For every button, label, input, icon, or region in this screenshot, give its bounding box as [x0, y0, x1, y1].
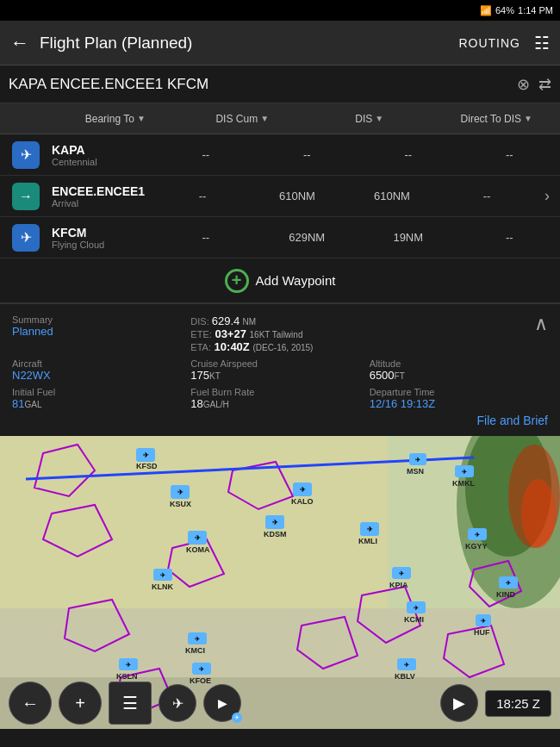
- svg-text:✈: ✈: [462, 469, 467, 475]
- add-waypoint-icon: +: [225, 269, 249, 293]
- fuel-label: Initial Fuel: [12, 387, 190, 397]
- bearing-kapa: --: [155, 148, 257, 161]
- back-button[interactable]: ←: [10, 32, 29, 54]
- directdis-kapa: --: [459, 148, 561, 161]
- svg-text:✈: ✈: [143, 451, 149, 459]
- battery-icon: 64%: [495, 5, 514, 16]
- svg-text:✈: ✈: [506, 580, 511, 586]
- svg-text:HUF: HUF: [474, 628, 490, 637]
- svg-text:KMCI: KMCI: [185, 646, 205, 655]
- encee-chevron-icon[interactable]: ›: [534, 187, 560, 205]
- dis-sort-icon: ▼: [375, 114, 383, 123]
- directdis-encee: --: [439, 190, 534, 202]
- burn-value: 18GAL/H: [190, 397, 369, 410]
- svg-text:✈: ✈: [160, 572, 165, 578]
- burn-label: Fuel Burn Rate: [190, 387, 369, 397]
- discum-kfcm: 629NM: [257, 231, 358, 244]
- svg-text:✈: ✈: [195, 534, 201, 542]
- waypoint-icon-encee: →: [12, 183, 40, 210]
- table-header: Bearing To ▼ DIS Cum ▼ DIS ▼ Direct To D…: [0, 103, 560, 134]
- dis-label: DIS: 629.4 NM: [190, 314, 369, 327]
- play-button[interactable]: ▶: [440, 684, 478, 722]
- map-controls: ← + ☰ ✈ ▶ ✈ ▶ 18:25 Z: [0, 677, 560, 729]
- add-waypoint-label: Add Waypoint: [256, 273, 336, 288]
- file-brief-button[interactable]: File and Brief: [477, 414, 548, 427]
- svg-text:MSN: MSN: [407, 467, 424, 476]
- discum-sort-icon: ▼: [260, 114, 269, 123]
- collapse-button[interactable]: ∧: [534, 313, 548, 335]
- svg-text:✈: ✈: [415, 457, 420, 463]
- status-bar: 📶 64% 1:14 PM: [0, 0, 560, 21]
- grid-button[interactable]: ☷: [534, 33, 550, 53]
- directdis-sort-icon: ▼: [524, 114, 532, 123]
- bearing-kfcm: --: [155, 231, 257, 244]
- time-badge: 18:25 Z: [485, 690, 551, 717]
- aircraft-label: Aircraft: [12, 358, 190, 369]
- svg-text:✈: ✈: [414, 605, 419, 611]
- svg-text:KLNK: KLNK: [152, 582, 173, 591]
- clear-icon[interactable]: ⊗: [517, 75, 530, 94]
- dis-kapa: --: [358, 148, 459, 161]
- waypoint-sub-kfcm: Flying Cloud: [52, 240, 155, 250]
- table-row[interactable]: → ENCEE.ENCEE1 Arrival -- 610NM 610NM --…: [0, 176, 560, 217]
- col-dis[interactable]: DIS ▼: [306, 113, 433, 125]
- location-button[interactable]: ▶ ✈: [203, 684, 241, 722]
- routing-button[interactable]: ROUTING: [458, 36, 520, 50]
- search-bar: ⊗ ⇄: [0, 65, 560, 103]
- col-direct-dis[interactable]: Direct To DIS ▼: [433, 113, 561, 125]
- waypoint-sub-encee: Arrival: [52, 198, 155, 209]
- svg-text:KFSD: KFSD: [136, 462, 158, 470]
- bearing-sort-icon: ▼: [137, 114, 146, 123]
- add-map-button[interactable]: +: [59, 682, 102, 725]
- svg-text:KDSM: KDSM: [264, 530, 287, 538]
- svg-text:✈: ✈: [199, 666, 204, 672]
- svg-text:✈: ✈: [404, 662, 409, 668]
- aircraft-value: N22WX: [12, 369, 190, 382]
- map-container: ✈ KFSD ✈ KSUX ✈ KALO ✈ KOMA ✈ KDSM ✈ KML…: [0, 436, 560, 729]
- time-display: 1:14 PM: [518, 5, 553, 16]
- summary-label: Summary: [12, 314, 190, 325]
- back-map-button[interactable]: ←: [9, 682, 52, 725]
- table-row[interactable]: ✈ KFCM Flying Cloud -- 629NM 19NM --: [0, 217, 560, 258]
- plane-mode-button[interactable]: ✈: [159, 684, 196, 722]
- svg-text:KGYY: KGYY: [465, 542, 488, 551]
- table-row[interactable]: ✈ KAPA Centennial -- -- -- --: [0, 134, 560, 176]
- col-bearing[interactable]: Bearing To ▼: [52, 113, 179, 125]
- svg-text:KOMA: KOMA: [186, 545, 210, 554]
- dis-kfcm: 19NM: [358, 231, 459, 244]
- svg-text:✈: ✈: [126, 662, 131, 668]
- cruise-value: 175KT: [190, 369, 369, 382]
- waypoint-name-kfcm: KFCM: [52, 226, 155, 240]
- summary-status: Planned: [12, 325, 190, 338]
- svg-text:KPIA: KPIA: [389, 581, 408, 589]
- discum-encee: 610NM: [250, 190, 345, 202]
- svg-point-6: [521, 479, 556, 548]
- directdis-kfcm: --: [459, 231, 561, 244]
- svg-text:✈: ✈: [177, 489, 184, 496]
- layers-button[interactable]: ☰: [109, 682, 152, 725]
- svg-text:KMKL: KMKL: [452, 479, 475, 488]
- svg-text:✈: ✈: [475, 532, 480, 538]
- summary-panel: ∧ Summary Planned DIS: 629.4 NM ETE: 03+…: [0, 303, 560, 436]
- waypoint-icon-kapa: ✈: [12, 141, 40, 169]
- page-title: Flight Plan (Planned): [40, 34, 458, 53]
- svg-text:✈: ✈: [481, 618, 486, 624]
- bearing-encee: --: [155, 190, 250, 202]
- ete-value: ETE: 03+27 16KT Tailwind: [190, 327, 369, 340]
- route-input[interactable]: [9, 76, 517, 93]
- add-waypoint-button[interactable]: + Add Waypoint: [0, 258, 560, 303]
- waypoint-name-encee: ENCEE.ENCEE1: [52, 184, 155, 198]
- waypoint-icon-kfcm: ✈: [12, 224, 40, 252]
- waypoint-sub-kapa: Centennial: [52, 157, 155, 167]
- waypoint-name-kapa: KAPA: [52, 143, 155, 157]
- svg-text:KALO: KALO: [291, 497, 314, 506]
- svg-text:✈: ✈: [399, 570, 404, 576]
- top-nav: ← Flight Plan (Planned) ROUTING ☷: [0, 21, 560, 65]
- svg-rect-1: [0, 436, 388, 608]
- swap-icon[interactable]: ⇄: [538, 75, 551, 94]
- wifi-icon: 📶: [480, 5, 492, 16]
- col-dis-cum[interactable]: DIS Cum ▼: [179, 113, 307, 125]
- svg-text:KSUX: KSUX: [170, 500, 191, 508]
- svg-text:KCMI: KCMI: [404, 615, 424, 624]
- svg-text:KIND: KIND: [496, 590, 515, 599]
